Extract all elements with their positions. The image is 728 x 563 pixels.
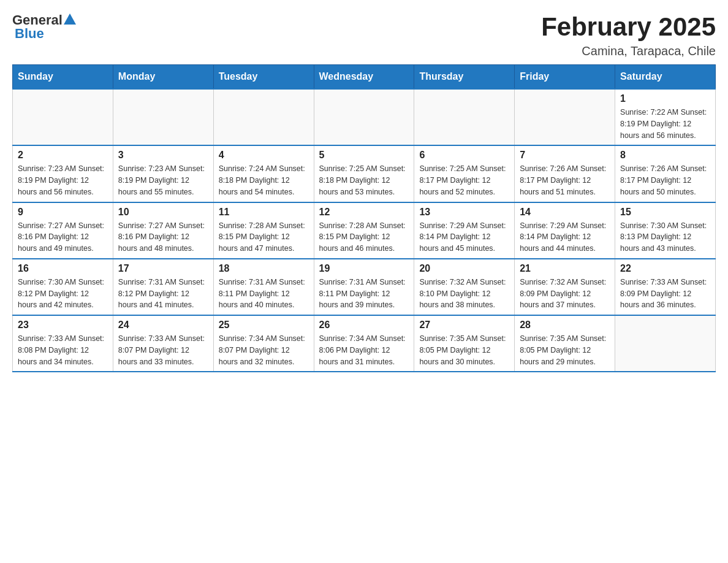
calendar-cell: 28Sunrise: 7:35 AM Sunset: 8:05 PM Dayli… (515, 315, 615, 372)
day-number: 26 (319, 320, 409, 331)
calendar-week-row: 23Sunrise: 7:33 AM Sunset: 8:08 PM Dayli… (13, 315, 716, 372)
calendar-week-row: 2Sunrise: 7:23 AM Sunset: 8:19 PM Daylig… (13, 145, 716, 202)
day-number: 18 (219, 263, 309, 274)
day-number: 2 (18, 150, 108, 161)
calendar-cell: 5Sunrise: 7:25 AM Sunset: 8:18 PM Daylig… (314, 145, 414, 202)
day-info: Sunrise: 7:30 AM Sunset: 8:12 PM Dayligh… (18, 277, 108, 311)
day-info: Sunrise: 7:29 AM Sunset: 8:14 PM Dayligh… (520, 220, 610, 255)
calendar-cell: 22Sunrise: 7:33 AM Sunset: 8:09 PM Dayli… (615, 259, 716, 315)
day-number: 16 (18, 263, 108, 274)
day-number: 20 (419, 263, 509, 274)
day-number: 1 (620, 93, 710, 104)
day-number: 25 (219, 320, 309, 331)
day-info: Sunrise: 7:34 AM Sunset: 8:06 PM Dayligh… (319, 333, 409, 367)
weekday-header-thursday: Thursday (414, 65, 515, 90)
day-info: Sunrise: 7:25 AM Sunset: 8:17 PM Dayligh… (419, 163, 509, 197)
calendar-cell: 24Sunrise: 7:33 AM Sunset: 8:07 PM Dayli… (113, 315, 213, 372)
calendar-cell (615, 315, 716, 372)
day-number: 7 (520, 150, 610, 161)
calendar-cell: 1Sunrise: 7:22 AM Sunset: 8:19 PM Daylig… (615, 89, 716, 145)
calendar-cell: 25Sunrise: 7:34 AM Sunset: 8:07 PM Dayli… (213, 315, 314, 372)
day-info: Sunrise: 7:25 AM Sunset: 8:18 PM Dayligh… (319, 163, 409, 197)
logo: General Blue (12, 12, 76, 42)
calendar-subtitle: Camina, Tarapaca, Chile (541, 44, 716, 58)
day-info: Sunrise: 7:31 AM Sunset: 8:12 PM Dayligh… (118, 277, 208, 311)
day-info: Sunrise: 7:28 AM Sunset: 8:15 PM Dayligh… (219, 220, 309, 255)
day-number: 21 (520, 263, 610, 274)
day-info: Sunrise: 7:23 AM Sunset: 8:19 PM Dayligh… (118, 163, 208, 197)
day-info: Sunrise: 7:32 AM Sunset: 8:10 PM Dayligh… (419, 277, 509, 311)
calendar-cell (314, 89, 414, 145)
weekday-header-tuesday: Tuesday (213, 65, 314, 90)
day-number: 4 (219, 150, 309, 161)
day-number: 8 (620, 150, 710, 161)
weekday-header-sunday: Sunday (13, 65, 113, 90)
calendar-cell: 11Sunrise: 7:28 AM Sunset: 8:15 PM Dayli… (213, 202, 314, 259)
day-number: 14 (520, 207, 610, 218)
weekday-header-wednesday: Wednesday (314, 65, 414, 90)
calendar-cell: 12Sunrise: 7:28 AM Sunset: 8:15 PM Dayli… (314, 202, 414, 259)
calendar-cell: 15Sunrise: 7:30 AM Sunset: 8:13 PM Dayli… (615, 202, 716, 259)
day-info: Sunrise: 7:26 AM Sunset: 8:17 PM Dayligh… (520, 163, 610, 197)
day-info: Sunrise: 7:27 AM Sunset: 8:16 PM Dayligh… (18, 220, 108, 255)
calendar-week-row: 9Sunrise: 7:27 AM Sunset: 8:16 PM Daylig… (13, 202, 716, 259)
day-info: Sunrise: 7:28 AM Sunset: 8:15 PM Dayligh… (319, 220, 409, 255)
calendar-cell: 23Sunrise: 7:33 AM Sunset: 8:08 PM Dayli… (13, 315, 113, 372)
calendar-cell: 3Sunrise: 7:23 AM Sunset: 8:19 PM Daylig… (113, 145, 213, 202)
calendar-cell: 8Sunrise: 7:26 AM Sunset: 8:17 PM Daylig… (615, 145, 716, 202)
calendar-week-row: 1Sunrise: 7:22 AM Sunset: 8:19 PM Daylig… (13, 89, 716, 145)
day-number: 3 (118, 150, 208, 161)
day-info: Sunrise: 7:33 AM Sunset: 8:09 PM Dayligh… (620, 277, 710, 311)
day-info: Sunrise: 7:26 AM Sunset: 8:17 PM Dayligh… (620, 163, 710, 197)
day-number: 10 (118, 207, 208, 218)
weekday-header-friday: Friday (515, 65, 615, 90)
calendar-cell: 4Sunrise: 7:24 AM Sunset: 8:18 PM Daylig… (213, 145, 314, 202)
calendar-table: SundayMondayTuesdayWednesdayThursdayFrid… (12, 64, 716, 372)
day-number: 9 (18, 207, 108, 218)
calendar-cell (13, 89, 113, 145)
day-number: 6 (419, 150, 509, 161)
calendar-cell: 27Sunrise: 7:35 AM Sunset: 8:05 PM Dayli… (414, 315, 515, 372)
day-info: Sunrise: 7:33 AM Sunset: 8:08 PM Dayligh… (18, 333, 108, 367)
day-number: 13 (419, 207, 509, 218)
calendar-header-row: SundayMondayTuesdayWednesdayThursdayFrid… (13, 65, 716, 90)
weekday-header-monday: Monday (113, 65, 213, 90)
day-number: 28 (520, 320, 610, 331)
day-info: Sunrise: 7:29 AM Sunset: 8:14 PM Dayligh… (419, 220, 509, 255)
day-number: 27 (419, 320, 509, 331)
day-info: Sunrise: 7:23 AM Sunset: 8:19 PM Dayligh… (18, 163, 108, 197)
calendar-cell: 2Sunrise: 7:23 AM Sunset: 8:19 PM Daylig… (13, 145, 113, 202)
calendar-cell (515, 89, 615, 145)
day-info: Sunrise: 7:24 AM Sunset: 8:18 PM Dayligh… (219, 163, 309, 197)
calendar-cell: 17Sunrise: 7:31 AM Sunset: 8:12 PM Dayli… (113, 259, 213, 315)
day-number: 22 (620, 263, 710, 274)
calendar-cell (414, 89, 515, 145)
calendar-cell: 10Sunrise: 7:27 AM Sunset: 8:16 PM Dayli… (113, 202, 213, 259)
day-info: Sunrise: 7:33 AM Sunset: 8:07 PM Dayligh… (118, 333, 208, 367)
calendar-cell: 21Sunrise: 7:32 AM Sunset: 8:09 PM Dayli… (515, 259, 615, 315)
day-info: Sunrise: 7:35 AM Sunset: 8:05 PM Dayligh… (419, 333, 509, 367)
day-info: Sunrise: 7:27 AM Sunset: 8:16 PM Dayligh… (118, 220, 208, 255)
day-number: 5 (319, 150, 409, 161)
page-header: General Blue February 2025 Camina, Tarap… (12, 12, 716, 58)
calendar-cell: 7Sunrise: 7:26 AM Sunset: 8:17 PM Daylig… (515, 145, 615, 202)
day-number: 24 (118, 320, 208, 331)
day-info: Sunrise: 7:31 AM Sunset: 8:11 PM Dayligh… (219, 277, 309, 311)
calendar-cell (113, 89, 213, 145)
day-info: Sunrise: 7:31 AM Sunset: 8:11 PM Dayligh… (319, 277, 409, 311)
day-number: 23 (18, 320, 108, 331)
day-number: 15 (620, 207, 710, 218)
day-number: 19 (319, 263, 409, 274)
day-info: Sunrise: 7:22 AM Sunset: 8:19 PM Dayligh… (620, 107, 710, 141)
day-info: Sunrise: 7:35 AM Sunset: 8:05 PM Dayligh… (520, 333, 610, 367)
day-number: 12 (319, 207, 409, 218)
logo-blue-text: Blue (15, 26, 44, 42)
calendar-cell: 9Sunrise: 7:27 AM Sunset: 8:16 PM Daylig… (13, 202, 113, 259)
calendar-title: February 2025 (541, 12, 716, 42)
day-info: Sunrise: 7:32 AM Sunset: 8:09 PM Dayligh… (520, 277, 610, 311)
calendar-cell: 19Sunrise: 7:31 AM Sunset: 8:11 PM Dayli… (314, 259, 414, 315)
logo-triangle-icon (64, 13, 76, 25)
title-block: February 2025 Camina, Tarapaca, Chile (541, 12, 716, 58)
calendar-cell: 20Sunrise: 7:32 AM Sunset: 8:10 PM Dayli… (414, 259, 515, 315)
calendar-cell: 16Sunrise: 7:30 AM Sunset: 8:12 PM Dayli… (13, 259, 113, 315)
